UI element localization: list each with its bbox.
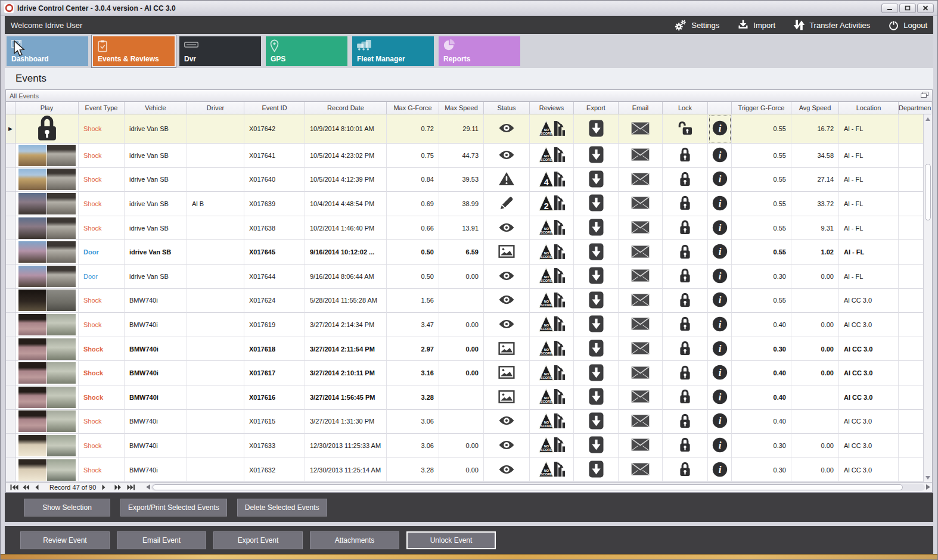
event-thumbnail[interactable] [18,290,76,311]
cell-info[interactable]: i [708,240,732,265]
event-thumbnail[interactable] [18,217,76,239]
event-thumbnail[interactable] [18,410,76,432]
horizontal-scroll-track[interactable] [151,484,925,491]
cell-email[interactable] [619,289,663,313]
event-thumbnail[interactable] [18,241,76,263]
cell-play[interactable] [15,240,79,265]
cell-lock[interactable] [663,410,708,434]
column-header-trigger_g[interactable]: Trigger G-Force [732,102,791,114]
table-row[interactable]: Dooridrive Van SBX0176459/16/2014 10:12:… [6,240,931,265]
table-row[interactable]: Dooridrive Van SBX0176449/16/2014 8:06:4… [6,265,931,289]
event-thumbnail[interactable] [18,338,76,360]
cell-reviews[interactable]: NOSCORE [530,216,574,241]
cell-lock[interactable] [663,313,708,337]
cell-play[interactable] [15,434,79,458]
cell-lock[interactable] [663,168,708,192]
cell-reviews[interactable]: NOSCORE [530,313,574,337]
cell-status[interactable] [484,265,530,289]
export-event-button[interactable]: Export Event [213,531,303,549]
cell-reviews[interactable]: NOSCORE [530,114,574,144]
cell-reviews[interactable]: NOSCORE [530,434,574,458]
cell-email[interactable] [619,410,663,434]
cell-info[interactable]: i [708,168,732,192]
cell-lock[interactable] [663,192,708,216]
cell-status[interactable] [484,361,530,385]
event-thumbnail[interactable] [18,387,76,408]
cell-export[interactable] [574,361,619,385]
table-row[interactable]: ShockBMW740iX0176193/27/2014 2:14:34 PM3… [6,313,931,337]
settings-button[interactable]: Settings [674,18,719,32]
cell-lock[interactable] [663,361,708,385]
column-header-driver[interactable]: Driver [187,102,244,114]
table-row[interactable]: ShockBMW740iX0176153/27/2014 1:31:30 PM3… [6,410,931,434]
event-thumbnail[interactable] [18,362,76,384]
event-thumbnail[interactable] [18,435,76,456]
cell-status[interactable] [484,216,530,241]
cell-export[interactable] [574,337,619,362]
cell-lock[interactable] [663,458,708,482]
previous-record-button[interactable] [35,484,44,490]
cell-info[interactable]: i [708,337,732,362]
cell-email[interactable] [619,265,663,289]
maximize-button[interactable] [899,4,916,13]
unlock-event-button[interactable]: Unlock Event [406,531,496,549]
cell-status[interactable] [484,458,530,482]
cell-export[interactable] [574,192,619,216]
cell-play[interactable] [15,114,79,144]
column-header-event_type[interactable]: Event Type [79,102,125,114]
cell-export[interactable] [574,144,619,168]
cell-status[interactable] [484,192,530,216]
column-header-record_date[interactable]: Record Date [305,102,387,114]
column-header-ind[interactable] [6,102,15,114]
table-row[interactable]: ShockBMW740iX0176183/27/2014 2:11:54 PM2… [6,337,931,362]
cell-reviews[interactable]: 4 [530,168,574,192]
cell-play[interactable] [15,361,79,385]
cell-email[interactable] [619,434,663,458]
cell-play[interactable] [15,385,79,410]
cell-export[interactable] [574,114,619,144]
column-header-department[interactable]: Department [899,102,931,114]
scroll-up-arrow[interactable] [924,114,932,123]
next-page-button[interactable] [114,484,123,490]
column-header-max_g[interactable]: Max G-Force [387,102,439,114]
cell-status[interactable] [484,240,530,265]
cell-info[interactable]: i [708,289,732,313]
event-thumbnail[interactable] [18,145,76,166]
column-header-status[interactable]: Status [484,102,530,114]
event-thumbnail[interactable] [18,314,76,335]
table-row[interactable]: ShockBMW740iX0176173/27/2014 2:10:11 PM3… [6,361,931,385]
cell-reviews[interactable]: NOSCORE [530,144,574,168]
cell-play[interactable] [15,458,79,482]
cell-status[interactable] [484,168,530,192]
cell-play[interactable] [15,289,79,313]
cell-export[interactable] [574,313,619,337]
cell-email[interactable] [619,240,663,265]
previous-page-button[interactable] [23,484,31,490]
scroll-right-arrow[interactable] [926,484,930,491]
vertical-scroll-thumb[interactable] [925,164,931,220]
cell-play[interactable] [15,168,79,192]
cell-lock[interactable] [663,434,708,458]
cell-status[interactable] [484,434,530,458]
cell-export[interactable] [574,240,619,265]
cell-email[interactable] [619,458,663,482]
cell-status[interactable] [484,337,530,362]
transfer-activities-button[interactable]: Transfer Activities [793,19,870,31]
show-selection-button[interactable]: Show Selection [24,499,110,517]
cell-email[interactable] [619,168,663,192]
cell-email[interactable] [619,114,663,144]
cell-email[interactable] [619,192,663,216]
scroll-left-arrow[interactable] [146,484,150,491]
cell-status[interactable] [484,410,530,434]
scroll-down-arrow[interactable] [924,473,932,482]
table-row[interactable]: Shockidrive Van SBX01763810/2/2014 1:46:… [6,216,931,241]
cell-info[interactable]: i [708,265,732,289]
cell-info[interactable]: i [708,434,732,458]
cell-export[interactable] [574,434,619,458]
cell-reviews[interactable]: NOSCORE [530,361,574,385]
cell-lock[interactable] [663,114,708,144]
tab-reports[interactable]: Reports [439,36,520,66]
column-header-max_speed[interactable]: Max Speed [439,102,484,114]
cell-lock[interactable] [663,144,708,168]
cell-lock[interactable] [663,337,708,362]
